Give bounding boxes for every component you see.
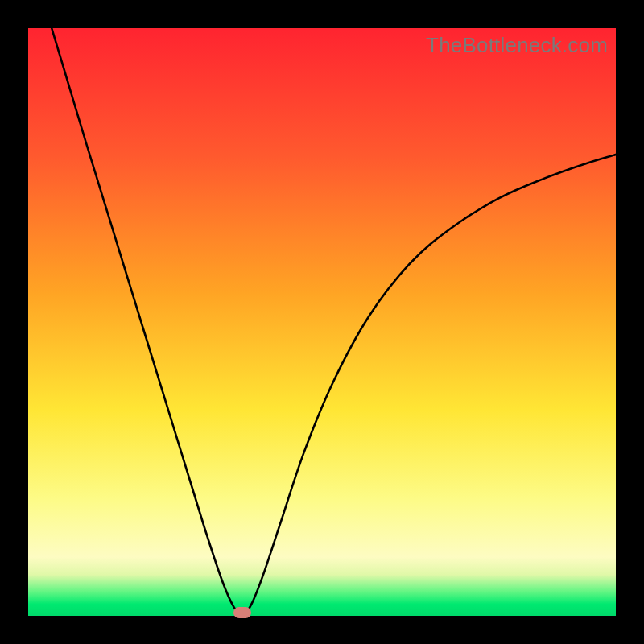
plot-area: TheBottleneck.com (28, 28, 616, 616)
chart-container: TheBottleneck.com (0, 0, 644, 644)
bottleneck-curve (52, 28, 616, 615)
curve-svg (28, 28, 616, 616)
minimum-marker (233, 607, 251, 618)
